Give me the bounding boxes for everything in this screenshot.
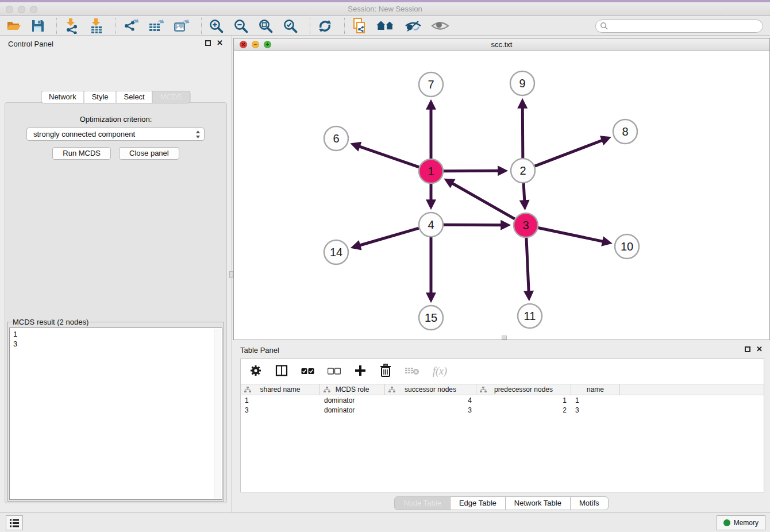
table-row[interactable]: 3dominator323 [241, 405, 764, 415]
search-input[interactable] [609, 21, 763, 32]
save-session-icon[interactable] [31, 17, 45, 34]
select-all-columns-icon[interactable] [301, 367, 314, 377]
table-cell: 3 [571, 406, 620, 414]
deselect-all-columns-icon[interactable] [328, 367, 341, 377]
column-header-successor-nodes[interactable]: successor nodes [385, 384, 476, 395]
graph-edge-1-6[interactable] [359, 147, 419, 167]
control-panel: Control Panel ✕ NetworkStyleSelectMCDS O… [0, 36, 232, 512]
toolbar-separator [344, 18, 345, 34]
graph-node-14[interactable]: 14 [324, 240, 348, 264]
tab-edge-table[interactable]: Edge Table [450, 496, 506, 510]
control-panel-title: Control Panel [8, 40, 53, 48]
table-cell: 1 [476, 396, 571, 404]
graph-edge-3-10[interactable] [538, 228, 603, 242]
tab-select[interactable]: Select [116, 91, 153, 103]
zoom-fit-icon[interactable] [258, 17, 274, 34]
hide-glasses-icon[interactable] [405, 17, 422, 34]
run-mcds-button[interactable]: Run MCDS [52, 147, 111, 160]
export-network-icon[interactable] [123, 17, 139, 34]
close-panel-icon[interactable]: ✕ [217, 38, 223, 47]
close-panel-icon[interactable]: ✕ [756, 345, 763, 353]
duplicate-network-icon[interactable] [352, 17, 367, 34]
graph-node-8[interactable]: 8 [613, 119, 637, 144]
float-panel-icon[interactable] [745, 346, 750, 352]
column-header-MCDS-role[interactable]: MCDS role [320, 384, 385, 395]
home-neighbors-icon[interactable] [376, 17, 395, 34]
export-table-icon[interactable] [148, 17, 164, 34]
splitter-handle-horizontal[interactable] [502, 336, 507, 340]
column-header-shared-name[interactable]: shared name [241, 384, 320, 395]
table-row[interactable]: 1dominator411 [241, 395, 764, 405]
delete-column-icon[interactable] [380, 364, 391, 380]
splitter-handle[interactable] [229, 271, 233, 278]
graph-edge-3-1[interactable] [452, 183, 514, 219]
mcds-result-title: MCDS result (2 nodes) [11, 318, 90, 326]
add-column-icon[interactable] [354, 364, 367, 379]
graph-node-6[interactable]: 6 [324, 126, 348, 151]
graph-edge-4-3[interactable] [444, 225, 502, 225]
graph-node-label: 9 [519, 77, 525, 90]
window-title: Session: New Session [0, 5, 770, 13]
criterion-select[interactable]: strongly connected component [26, 128, 205, 141]
graph-edge-4-14[interactable] [359, 228, 419, 245]
graph-node-4[interactable]: 4 [419, 213, 443, 237]
table-toolbar: f(x) [241, 359, 764, 384]
zoom-selected-icon[interactable] [283, 17, 298, 34]
float-panel-icon[interactable] [205, 40, 211, 46]
graph-edge-2-8[interactable] [535, 140, 603, 166]
function-builder-icon: f(x) [433, 365, 447, 377]
export-image-icon[interactable] [174, 17, 190, 34]
graph-node-9[interactable]: 9 [510, 71, 534, 95]
tab-network[interactable]: Network [41, 91, 84, 103]
show-eye-icon[interactable] [431, 17, 449, 34]
tab-motifs[interactable]: Motifs [570, 496, 609, 510]
tab-mcds[interactable]: MCDS [152, 91, 190, 103]
graph-edge-1-2[interactable] [444, 171, 499, 171]
toggle-panel-columns-icon[interactable] [275, 365, 288, 379]
network-canvas[interactable]: 7968124314101511 [234, 51, 769, 340]
result-scrollbar[interactable] [214, 329, 221, 499]
graph-edge-2-9[interactable] [522, 107, 523, 158]
graph-node-10[interactable]: 10 [615, 234, 639, 259]
network-graph[interactable]: 7968124314101511 [234, 51, 769, 340]
delete-table-icon-disabled [405, 366, 419, 377]
graph-node-15[interactable]: 15 [419, 306, 443, 330]
tab-style[interactable]: Style [84, 91, 117, 103]
toolbar-separator [116, 18, 116, 34]
task-history-button[interactable] [6, 515, 23, 530]
graph-node-11[interactable]: 11 [518, 304, 542, 328]
graph-edge-2-3[interactable] [523, 183, 525, 201]
window-titlebar[interactable]: Session: New Session [0, 2, 770, 16]
refresh-icon[interactable] [317, 17, 333, 34]
table-body: 1dominator4113dominator323 [241, 395, 764, 415]
tab-network-table[interactable]: Network Table [505, 496, 571, 510]
open-session-icon[interactable] [6, 17, 22, 34]
mcds-panel: Optimization criterion: strongly connect… [5, 102, 227, 503]
column-header-name[interactable]: name [571, 384, 620, 395]
table-cell: 1 [571, 396, 620, 404]
import-network-icon[interactable] [64, 17, 80, 34]
graph-edge-3-11[interactable] [526, 238, 529, 292]
column-header-predecessor-nodes[interactable]: predecessor nodes [476, 384, 571, 395]
zoom-out-icon[interactable] [233, 17, 249, 34]
graph-node-label: 2 [519, 164, 526, 177]
table-settings-gear-icon[interactable] [249, 364, 262, 379]
graph-node-7[interactable]: 7 [419, 72, 443, 97]
close-panel-button[interactable]: Close panel [119, 147, 179, 160]
table-cell: dominator [320, 406, 385, 414]
control-panel-tabs: NetworkStyleSelectMCDS [41, 91, 190, 103]
mcds-result-area[interactable]: 1 3 [9, 327, 222, 500]
memory-button[interactable]: Memory [717, 515, 765, 530]
mcds-result-group: MCDS result (2 nodes) 1 3 [7, 318, 224, 502]
graph-node-2[interactable]: 2 [511, 159, 535, 183]
zoom-in-icon[interactable] [209, 17, 224, 34]
graph-node-1[interactable]: 1 [419, 159, 443, 183]
import-table-icon[interactable] [89, 17, 104, 34]
network-frame-titlebar[interactable]: ✕ − + scc.txt [234, 38, 769, 51]
table-panel-tabs: Node TableEdge TableNetwork TableMotifs [233, 496, 770, 510]
graph-node-3[interactable]: 3 [514, 213, 538, 237]
table-header-row: shared nameMCDS rolesuccessor nodesprede… [241, 384, 764, 395]
search-field[interactable] [595, 20, 763, 33]
toolbar-separator [201, 18, 202, 34]
tab-node-table[interactable]: Node Table [394, 496, 451, 510]
